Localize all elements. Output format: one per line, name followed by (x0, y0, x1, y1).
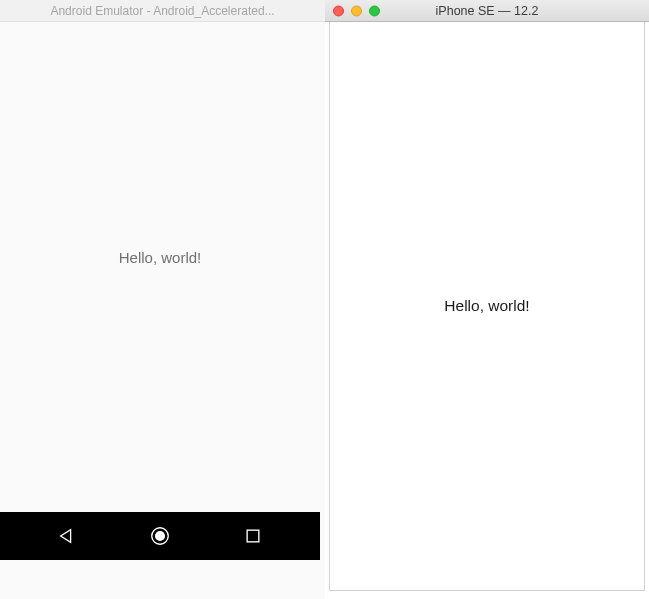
android-back-button[interactable] (47, 512, 87, 560)
svg-marker-0 (60, 530, 70, 543)
iphone-screen: Hello, world! (329, 22, 645, 591)
iphone-simulator-window: iPhone SE — 12.2 Hello, world! (325, 0, 649, 599)
android-screen: Hello, world! (0, 22, 320, 560)
svg-point-2 (155, 531, 165, 541)
android-home-button[interactable] (140, 512, 180, 560)
android-app-content: Hello, world! (0, 22, 320, 512)
android-titlebar[interactable]: Android Emulator - Android_Accelerated..… (0, 0, 325, 22)
back-triangle-icon (58, 527, 76, 545)
close-window-button[interactable] (333, 5, 344, 16)
iphone-window-title: iPhone SE — 12.2 (436, 4, 539, 18)
android-nav-bar (0, 512, 320, 560)
recent-square-icon (244, 527, 262, 545)
home-circle-icon (149, 525, 171, 547)
mac-titlebar[interactable]: iPhone SE — 12.2 (325, 0, 649, 22)
hello-world-label-iphone: Hello, world! (444, 297, 529, 315)
hello-world-label-android: Hello, world! (119, 249, 202, 266)
android-recent-button[interactable] (233, 512, 273, 560)
minimize-window-button[interactable] (351, 5, 362, 16)
android-emulator-window: Android Emulator - Android_Accelerated..… (0, 0, 325, 599)
zoom-window-button[interactable] (369, 5, 380, 16)
svg-rect-3 (247, 530, 259, 542)
traffic-lights (333, 5, 380, 16)
android-window-title: Android Emulator - Android_Accelerated..… (50, 4, 274, 18)
